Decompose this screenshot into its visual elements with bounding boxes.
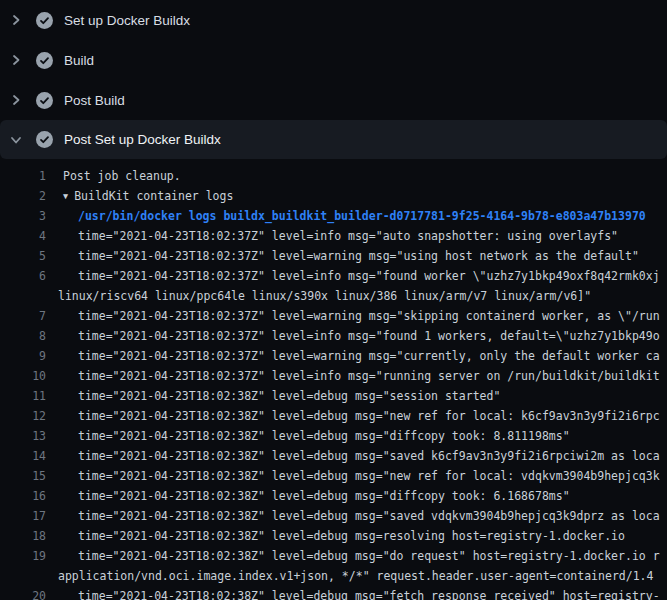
log-line-text: time="2021-04-23T18:02:38Z" level=debug … <box>78 386 500 406</box>
log-line-number[interactable]: 4 <box>0 226 46 246</box>
log-line-text: time="2021-04-23T18:02:37Z" level=info m… <box>78 326 660 346</box>
chevron-right-icon <box>9 14 23 26</box>
log-line-text: time="2021-04-23T18:02:38Z" level=debug … <box>78 546 660 566</box>
step-label: Post Build <box>64 93 125 108</box>
log-line-text: time="2021-04-23T18:02:37Z" level=info m… <box>78 226 618 246</box>
step-label: Build <box>64 53 94 68</box>
log-line-number[interactable]: 8 <box>0 326 46 346</box>
log-line-number[interactable]: 9 <box>0 346 46 366</box>
check-circle-icon <box>36 131 53 148</box>
log-line: 10 time="2021-04-23T18:02:37Z" level=inf… <box>0 366 667 386</box>
log-line: 2 ▼BuildKit container logs <box>0 186 667 206</box>
step-header-post-build[interactable]: Post Build <box>0 80 667 120</box>
log-line-number[interactable]: 20 <box>0 586 46 600</box>
check-circle-icon <box>36 92 53 109</box>
log-line-text: time="2021-04-23T18:02:38Z" level=debug … <box>78 406 660 426</box>
log-line: 18 time="2021-04-23T18:02:38Z" level=deb… <box>0 526 667 546</box>
log-line: 13 time="2021-04-23T18:02:38Z" level=deb… <box>0 426 667 446</box>
log-line: 9 time="2021-04-23T18:02:37Z" level=warn… <box>0 346 667 366</box>
log-line-number[interactable]: 6 <box>0 266 46 286</box>
chevron-down-icon <box>9 134 23 146</box>
log-line: 20 time="2021-04-23T18:02:38Z" level=deb… <box>0 586 667 600</box>
group-collapse-triangle-icon[interactable]: ▼ <box>63 186 68 206</box>
log-line-text: /usr/bin/docker logs buildx_buildkit_bui… <box>78 206 646 226</box>
log-line-number[interactable]: 10 <box>0 366 46 386</box>
log-line-number[interactable]: 7 <box>0 306 46 326</box>
log-line-text: time="2021-04-23T18:02:38Z" level=debug … <box>78 446 660 466</box>
log-line-number[interactable]: 18 <box>0 526 46 546</box>
step-header-build[interactable]: Build <box>0 40 667 80</box>
log-line-text: time="2021-04-23T18:02:37Z" level=info m… <box>78 366 660 386</box>
log-line-number[interactable]: 16 <box>0 486 46 506</box>
log-line-text: time="2021-04-23T18:02:37Z" level=warnin… <box>78 246 639 266</box>
log-line-text: time="2021-04-23T18:02:37Z" level=info m… <box>78 266 660 286</box>
log-line-text: ▼BuildKit container logs <box>63 186 233 206</box>
log-line-number[interactable]: 17 <box>0 506 46 526</box>
step-label: Set up Docker Buildx <box>64 13 190 28</box>
log-line-number[interactable]: 11 <box>0 386 46 406</box>
log-line-text: time="2021-04-23T18:02:38Z" level=debug … <box>78 506 660 526</box>
log-line-number[interactable]: 13 <box>0 426 46 446</box>
log-body: 1 Post job cleanup. 2 ▼BuildKit containe… <box>0 159 667 600</box>
log-line: 16 time="2021-04-23T18:02:38Z" level=deb… <box>0 486 667 506</box>
log-line-number[interactable]: 12 <box>0 406 46 426</box>
log-line-number[interactable] <box>0 566 46 586</box>
log-line: 6 time="2021-04-23T18:02:37Z" level=info… <box>0 266 667 286</box>
log-line-number[interactable]: 1 <box>0 166 46 186</box>
log-line-number[interactable] <box>0 286 46 306</box>
check-circle-icon <box>36 12 53 29</box>
log-line-text: linux/riscv64 linux/ppc64le linux/s390x … <box>58 286 591 306</box>
step-label: Post Set up Docker Buildx <box>64 132 221 147</box>
log-line-number[interactable]: 14 <box>0 446 46 466</box>
log-line: 19 time="2021-04-23T18:02:38Z" level=deb… <box>0 546 667 566</box>
log-line-text: time="2021-04-23T18:02:38Z" level=debug … <box>78 426 570 446</box>
chevron-right-icon <box>9 54 23 66</box>
log-line: 8 time="2021-04-23T18:02:37Z" level=info… <box>0 326 667 346</box>
log-line-number[interactable]: 15 <box>0 466 46 486</box>
log-line-text: Post job cleanup. <box>63 166 181 186</box>
log-line-number[interactable]: 19 <box>0 546 46 566</box>
actions-log-viewer: Set up Docker Buildx Build Post Build Po… <box>0 0 667 600</box>
log-line: 15 time="2021-04-23T18:02:38Z" level=deb… <box>0 466 667 486</box>
log-group-title[interactable]: BuildKit container logs <box>74 189 233 203</box>
log-line-text: time="2021-04-23T18:02:38Z" level=debug … <box>78 486 570 506</box>
log-line: 3 /usr/bin/docker logs buildx_buildkit_b… <box>0 206 667 226</box>
log-line: 12 time="2021-04-23T18:02:38Z" level=deb… <box>0 406 667 426</box>
log-line: 1 Post job cleanup. <box>0 166 667 186</box>
log-line-number[interactable]: 5 <box>0 246 46 266</box>
log-line: 4 time="2021-04-23T18:02:37Z" level=info… <box>0 226 667 246</box>
log-line: 7 time="2021-04-23T18:02:37Z" level=warn… <box>0 306 667 326</box>
log-line-text: time="2021-04-23T18:02:37Z" level=warnin… <box>78 306 660 326</box>
log-line: 11 time="2021-04-23T18:02:38Z" level=deb… <box>0 386 667 406</box>
log-line-number[interactable]: 2 <box>0 186 46 206</box>
log-line-text: application/vnd.oci.image.index.v1+json,… <box>58 566 653 586</box>
log-line-text: time="2021-04-23T18:02:38Z" level=debug … <box>78 586 660 600</box>
log-line-text: time="2021-04-23T18:02:38Z" level=debug … <box>78 466 660 486</box>
log-line-text: time="2021-04-23T18:02:38Z" level=debug … <box>78 526 625 546</box>
log-line: application/vnd.oci.image.index.v1+json,… <box>0 566 667 586</box>
step-header-post-set-up-docker-buildx[interactable]: Post Set up Docker Buildx <box>0 120 667 159</box>
log-line: 14 time="2021-04-23T18:02:38Z" level=deb… <box>0 446 667 466</box>
log-line-number[interactable]: 3 <box>0 206 46 226</box>
step-header-set-up-docker-buildx[interactable]: Set up Docker Buildx <box>0 0 667 40</box>
log-line: 5 time="2021-04-23T18:02:37Z" level=warn… <box>0 246 667 266</box>
log-line: 17 time="2021-04-23T18:02:38Z" level=deb… <box>0 506 667 526</box>
log-line-text: time="2021-04-23T18:02:37Z" level=warnin… <box>78 346 660 366</box>
chevron-right-icon <box>9 94 23 106</box>
check-circle-icon <box>36 52 53 69</box>
log-line: linux/riscv64 linux/ppc64le linux/s390x … <box>0 286 667 306</box>
